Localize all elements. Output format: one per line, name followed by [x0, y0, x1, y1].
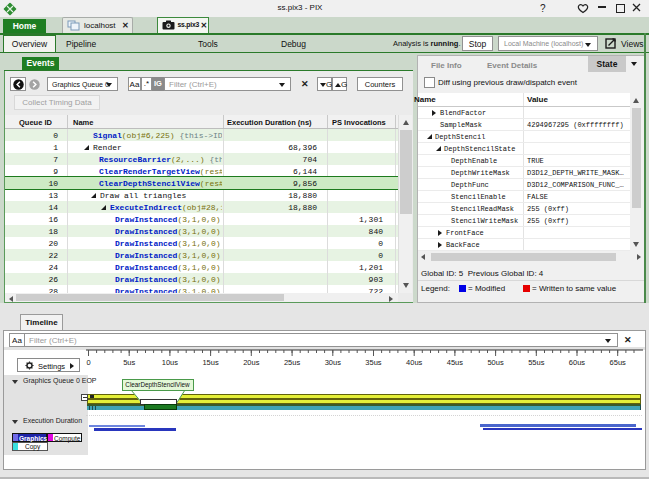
- svg-text:55us: 55us: [528, 358, 545, 367]
- svg-text:20us: 20us: [243, 358, 260, 367]
- svg-text:60us: 60us: [569, 358, 586, 367]
- svg-text:50us: 50us: [487, 358, 504, 367]
- svg-text:15us: 15us: [202, 358, 219, 367]
- svg-text:35us: 35us: [365, 358, 382, 367]
- svg-text:0: 0: [86, 358, 90, 367]
- svg-text:65us: 65us: [610, 358, 627, 367]
- svg-text:40us: 40us: [406, 358, 423, 367]
- svg-text:45us: 45us: [447, 358, 464, 367]
- svg-text:30us: 30us: [325, 358, 342, 367]
- svg-text:5us: 5us: [123, 358, 135, 367]
- svg-text:25us: 25us: [284, 358, 301, 367]
- svg-text:10us: 10us: [162, 358, 179, 367]
